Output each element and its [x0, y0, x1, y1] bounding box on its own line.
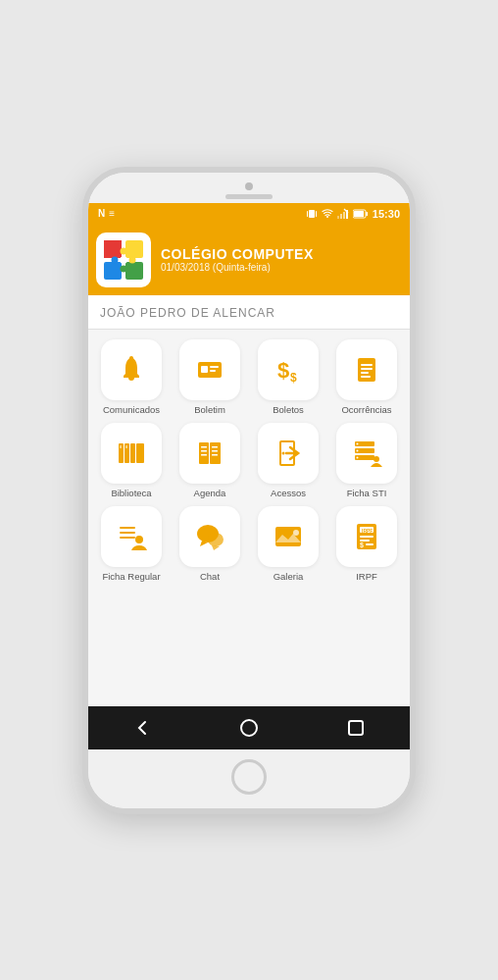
chat-icon-box[interactable]	[179, 506, 240, 567]
svg-point-70	[241, 720, 257, 736]
irpf-icon-box[interactable]: IRPF $	[336, 506, 397, 567]
grid-item-comunicados[interactable]: Comunicados	[96, 339, 167, 415]
home-button[interactable]	[231, 710, 267, 746]
bottom-nav-bar	[88, 706, 410, 749]
ficha-sti-icon-box[interactable]	[336, 423, 397, 484]
svg-point-47	[282, 451, 285, 454]
svg-point-16	[121, 265, 127, 272]
boletim-icon-box[interactable]	[179, 339, 240, 400]
svg-rect-19	[121, 257, 126, 263]
svg-rect-45	[212, 454, 218, 456]
svg-rect-57	[120, 537, 135, 539]
user-bar: JOÃO PEDRO DE ALENCAR	[88, 295, 410, 330]
grid-item-agenda[interactable]: Agenda	[174, 423, 245, 498]
svg-rect-10	[366, 212, 368, 216]
svg-text:$: $	[290, 371, 297, 385]
svg-point-53	[357, 456, 359, 458]
svg-point-54	[374, 456, 379, 462]
document-list-icon	[351, 354, 382, 386]
svg-rect-3	[337, 216, 339, 219]
ocorrencias-icon-box[interactable]	[336, 339, 397, 400]
svg-rect-28	[361, 364, 373, 366]
speaker	[225, 194, 273, 199]
irpf-label: IRPF	[356, 571, 377, 582]
svg-rect-5	[343, 212, 345, 219]
svg-point-15	[121, 247, 127, 254]
svg-point-18	[129, 256, 136, 263]
server-person-icon	[351, 438, 382, 469]
svg-point-52	[357, 449, 359, 451]
grid-item-ficha-sti[interactable]: Ficha STI	[331, 423, 402, 498]
ficha-regular-icon-box[interactable]	[101, 506, 162, 567]
svg-rect-55	[120, 527, 135, 529]
app-header: COLÉGIO COMPUTEX 01/03/2018 (Quinta-feir…	[88, 225, 410, 295]
galeria-icon-box[interactable]	[258, 506, 319, 567]
svg-rect-31	[361, 376, 371, 378]
boletos-icon-box[interactable]: $ $	[258, 339, 319, 400]
svg-rect-23	[210, 366, 219, 368]
svg-rect-37	[125, 445, 127, 448]
biblioteca-icon-box[interactable]	[101, 423, 162, 484]
svg-rect-39	[210, 442, 221, 464]
svg-rect-30	[361, 372, 369, 374]
svg-point-17	[112, 256, 119, 263]
ficha-sti-label: Ficha STI	[347, 488, 387, 498]
irpf-doc-icon: IRPF $	[351, 521, 382, 552]
svg-rect-34	[130, 443, 135, 463]
grid-item-biblioteca[interactable]: Biblioteca	[96, 423, 167, 498]
back-arrow-icon	[132, 718, 152, 738]
status-bar: N ≡	[88, 203, 410, 225]
back-button[interactable]	[124, 710, 160, 746]
signal-icon	[337, 208, 349, 220]
comunicados-icon-box[interactable]	[101, 339, 162, 400]
grid-item-boletos[interactable]: $ $ Boletos	[253, 339, 324, 415]
notification-icon: N	[98, 208, 105, 219]
svg-rect-35	[136, 443, 144, 463]
agenda-icon-box[interactable]	[179, 423, 240, 484]
acessos-label: Acessos	[271, 488, 306, 498]
main-content: Comunicados Boletim	[88, 330, 410, 706]
bell-icon	[116, 354, 147, 386]
acessos-icon-box[interactable]	[258, 423, 319, 484]
recents-button[interactable]	[338, 710, 374, 746]
svg-rect-24	[210, 370, 216, 372]
grid-item-ocorrencias[interactable]: Ocorrências	[331, 339, 402, 415]
app-grid: Comunicados Boletim	[96, 339, 402, 582]
biblioteca-label: Biblioteca	[111, 488, 151, 498]
ocorrencias-label: Ocorrências	[341, 404, 391, 415]
chat-bubbles-icon	[194, 521, 225, 552]
volume-up-button	[414, 310, 416, 349]
svg-rect-4	[340, 214, 342, 219]
physical-home-button[interactable]	[231, 759, 267, 795]
person-list-icon	[116, 521, 147, 552]
grid-item-galeria[interactable]: Galeria	[253, 506, 324, 582]
grid-item-irpf[interactable]: IRPF $ IRPF	[331, 506, 402, 582]
svg-rect-38	[199, 442, 209, 464]
svg-rect-43	[212, 446, 218, 448]
wifi-icon	[322, 208, 333, 220]
svg-rect-9	[354, 211, 364, 217]
school-name: COLÉGIO COMPUTEX	[161, 246, 314, 262]
galeria-label: Galeria	[274, 571, 304, 582]
menu-icon: ≡	[109, 208, 115, 219]
grid-item-ficha-regular[interactable]: Ficha Regular	[96, 506, 167, 582]
svg-text:$: $	[360, 542, 364, 549]
grid-item-acessos[interactable]: Acessos	[253, 423, 324, 498]
recents-square-icon	[346, 718, 366, 738]
boletos-label: Boletos	[273, 404, 304, 415]
grid-item-boletim[interactable]: Boletim	[174, 339, 245, 415]
svg-rect-22	[201, 366, 208, 373]
dollar-icon: $ $	[273, 354, 304, 386]
svg-rect-42	[201, 454, 207, 456]
svg-point-20	[129, 356, 133, 360]
svg-point-51	[357, 442, 359, 444]
time-display: 15:30	[373, 208, 400, 220]
svg-point-58	[135, 536, 143, 543]
phone-screen: N ≡	[88, 203, 410, 749]
svg-rect-2	[316, 211, 317, 217]
grid-item-chat[interactable]: Chat	[174, 506, 245, 582]
status-right-icons: 15:30	[306, 208, 400, 220]
svg-rect-61	[275, 527, 301, 546]
school-logo	[96, 232, 151, 287]
books-icon	[116, 438, 147, 469]
